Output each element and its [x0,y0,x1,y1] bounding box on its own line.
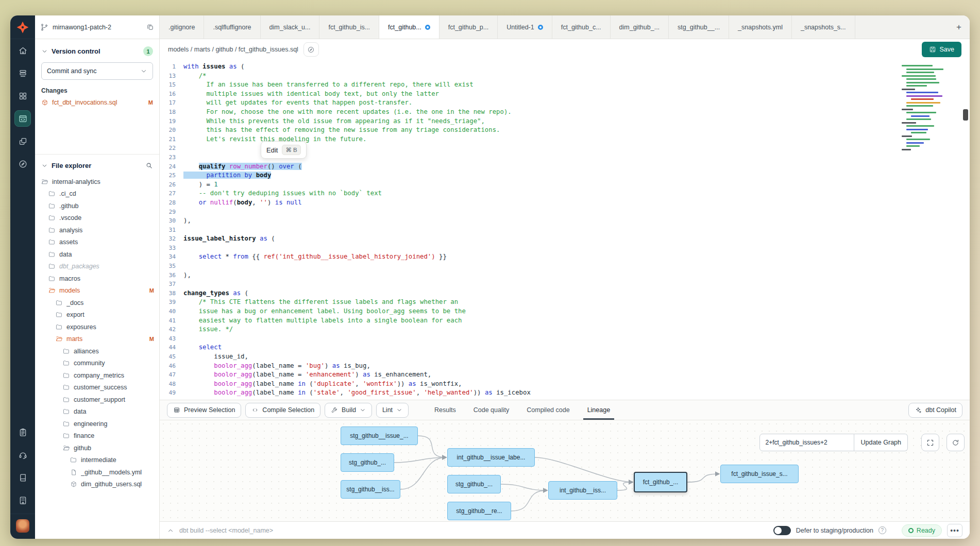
tree-item-data[interactable]: data [35,406,159,418]
editor-tab[interactable]: Untitled-1 [498,15,552,39]
rail-item-support[interactable] [10,443,35,466]
tree-item-community[interactable]: community [35,357,159,370]
dbt-copilot-button[interactable]: dbt Copilot [908,403,962,418]
refresh-button[interactable] [947,434,965,451]
rail-item-home[interactable] [10,39,35,62]
preview-selection-button[interactable]: Preview Selection [167,403,241,418]
tree-item-.github[interactable]: .github [35,200,159,212]
tree-item-macros[interactable]: macros [35,272,159,285]
line-number: 20 [160,126,183,135]
tab-label: _snapshots_s... [801,24,846,31]
branch-selector[interactable]: mirnawong1-patch-2 [35,15,160,39]
lineage-selector-input[interactable] [759,434,854,451]
editor-tab[interactable]: .gitignore [160,15,204,39]
editor-tab[interactable]: dim_github_... [611,15,669,39]
editor-tab[interactable]: .sqlfluffignore [204,15,260,39]
minimap-row [906,112,936,113]
tree-item-marts[interactable]: martsM [35,333,159,346]
rail-item-develop[interactable] [10,107,35,130]
defer-toggle[interactable] [773,526,791,535]
lineage-node[interactable]: stg_github__iss... [341,480,400,499]
tree-item-engineering[interactable]: engineering [35,418,159,430]
copy-icon[interactable] [146,23,154,31]
rail-item-apps[interactable] [10,84,35,107]
tree-item-dim_github_users.sql[interactable]: dim_github_users.sql [35,479,159,491]
compile-selection-button[interactable]: Compile Selection [245,403,320,418]
lineage-node[interactable]: int_github__issue_labe... [447,448,535,467]
update-graph-button[interactable]: Update Graph [854,434,908,451]
tree-item-alliances[interactable]: alliances [35,345,159,357]
editor-tab[interactable]: stg_github__... [669,15,729,39]
rail-item-notes[interactable] [10,421,35,443]
tree-item-assets[interactable]: assets [35,236,159,249]
editor-scrollbar-thumb[interactable] [963,109,968,121]
new-tab-button[interactable]: + [948,15,970,39]
save-button[interactable]: Save [922,42,962,57]
file-docs-button[interactable] [303,42,319,57]
changes-label: Changes [35,85,159,97]
tree-item-export[interactable]: export [35,309,159,321]
rail-item-organization[interactable] [10,489,35,511]
editor-tab[interactable]: fct_github_is... [319,15,379,39]
tree-item-.ci_cd[interactable]: .ci_cd [35,188,159,200]
rail-item-docs[interactable] [10,466,35,489]
lineage-node[interactable]: fct_github_issue_s... [720,465,799,483]
commit-and-sync-select[interactable]: Commit and sync [41,62,153,80]
editor-tab[interactable]: fct_github... [379,15,440,39]
tree-item-dbt_packages[interactable]: dbt_packages [35,261,159,273]
tree-item-_docs[interactable]: _docs [35,297,159,309]
panel-tab-results[interactable]: Results [434,400,456,420]
tree-item-data[interactable]: data [35,248,159,261]
editor-tab[interactable]: _snapshots_s... [792,15,855,39]
tree-item-finance[interactable]: finance [35,430,159,442]
file-explorer-header[interactable]: File explorer [35,155,159,174]
line-number: 46 [160,362,183,371]
tree-item-internal-analytics[interactable]: internal-analytics [35,176,159,188]
panel-tab-code-quality[interactable]: Code quality [474,400,510,420]
lineage-node[interactable]: stg_github_... [341,453,394,472]
lineage-node[interactable]: stg_github_... [447,475,501,493]
tree-item-github[interactable]: github [35,442,159,454]
lineage-node[interactable]: int_github__iss... [548,481,617,500]
tree-item-intermediate[interactable]: intermediate [35,454,159,467]
tree-item-label: customer_success [74,384,154,391]
rail-item-explore[interactable] [10,152,35,175]
version-control-header[interactable]: Version control 1 [35,39,159,60]
search-icon[interactable] [145,162,153,169]
edit-tooltip-label[interactable]: Edit [266,146,278,154]
rail-item-projects[interactable] [10,62,35,84]
editor-minimap[interactable] [902,65,958,152]
fullscreen-button[interactable] [921,434,939,451]
tree-item-customer_success[interactable]: customer_success [35,382,159,394]
help-icon[interactable]: ? [878,526,886,534]
editor-tab[interactable]: dim_slack_u... [261,15,320,39]
line-number: 35 [160,262,183,271]
tree-item-company_metrics[interactable]: company_metrics [35,369,159,382]
panel-tab-lineage[interactable]: Lineage [587,400,611,420]
line-number: 17 [160,98,183,108]
build-button[interactable]: Build [325,403,372,418]
lint-button[interactable]: Lint [376,403,409,418]
editor-tab[interactable]: _snapshots.yml [729,15,792,39]
code-line-17: 17 will get updates for events that happ… [160,98,970,108]
lineage-node[interactable]: fct_github_... [634,472,687,492]
panel-tab-compiled-code[interactable]: Compiled code [527,400,569,420]
cli-command-input[interactable]: dbt build --select <model_name> [179,527,273,534]
rail-item-orchestrate[interactable] [10,130,35,152]
tree-item-_github__models.yml[interactable]: _github__models.yml [35,466,159,479]
tree-item-.vscode[interactable]: .vscode [35,212,159,225]
collapse-panel-icon[interactable] [167,527,174,534]
editor-tab[interactable]: fct_github_c... [552,15,611,39]
more-options-button[interactable]: ••• [947,524,962,537]
tree-item-customer_support[interactable]: customer_support [35,394,159,406]
tree-item-label: .github [59,202,154,210]
editor-tab[interactable]: fct_github_p... [440,15,498,39]
user-avatar[interactable] [16,519,29,533]
tree-item-exposures[interactable]: exposures [35,321,159,333]
lineage-node[interactable]: stg_github__issue_... [341,426,418,445]
tree-item-models[interactable]: modelsM [35,285,159,297]
lineage-node[interactable]: stg_github__re... [447,502,511,520]
code-editor[interactable]: Edit ⌘ B 1with issues as (13 /*15 If an … [160,60,970,400]
changed-file-row[interactable]: fct_dbt_invocations.sqlM [35,97,159,108]
tree-item-analysis[interactable]: analysis [35,224,159,236]
